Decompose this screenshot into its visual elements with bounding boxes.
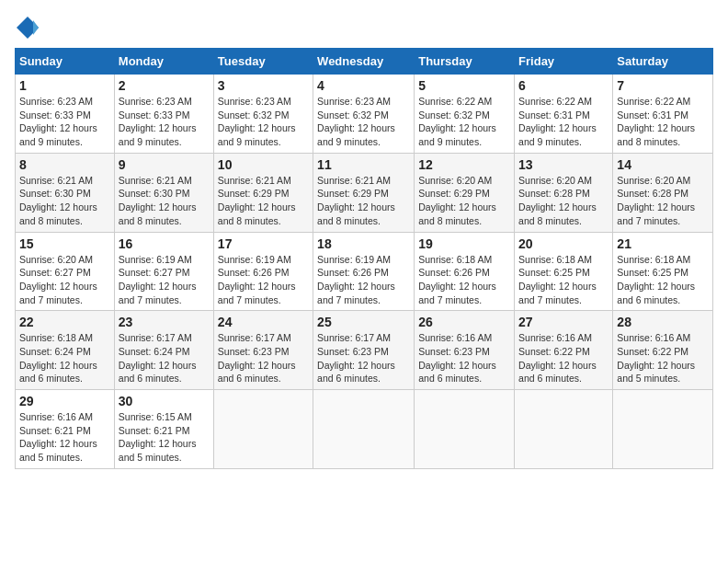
calendar-cell: 25Sunrise: 6:17 AMSunset: 6:23 PMDayligh… xyxy=(313,311,415,390)
calendar-cell: 19Sunrise: 6:18 AMSunset: 6:26 PMDayligh… xyxy=(415,232,515,311)
day-info: Sunrise: 6:16 AMSunset: 6:23 PMDaylight:… xyxy=(418,331,510,385)
day-info: Sunrise: 6:17 AMSunset: 6:23 PMDaylight:… xyxy=(317,331,410,385)
calendar-week-row: 8Sunrise: 6:21 AMSunset: 6:30 PMDaylight… xyxy=(16,153,713,232)
calendar-cell: 6Sunrise: 6:22 AMSunset: 6:31 PMDaylight… xyxy=(515,75,613,154)
weekday-header-row: SundayMondayTuesdayWednesdayThursdayFrid… xyxy=(16,49,713,75)
day-info: Sunrise: 6:20 AMSunset: 6:28 PMDaylight:… xyxy=(518,174,609,228)
day-number: 28 xyxy=(617,315,709,329)
calendar-week-row: 22Sunrise: 6:18 AMSunset: 6:24 PMDayligh… xyxy=(16,311,713,390)
calendar-cell: 17Sunrise: 6:19 AMSunset: 6:26 PMDayligh… xyxy=(213,232,313,311)
day-info: Sunrise: 6:20 AMSunset: 6:28 PMDaylight:… xyxy=(617,174,709,228)
calendar-cell: 20Sunrise: 6:18 AMSunset: 6:25 PMDayligh… xyxy=(515,232,613,311)
day-info: Sunrise: 6:16 AMSunset: 6:22 PMDaylight:… xyxy=(518,331,609,385)
day-info: Sunrise: 6:22 AMSunset: 6:31 PMDaylight:… xyxy=(617,95,709,149)
day-info: Sunrise: 6:15 AMSunset: 6:21 PMDaylight:… xyxy=(119,410,210,465)
calendar-cell xyxy=(213,390,313,469)
weekday-header-wednesday: Wednesday xyxy=(313,49,415,75)
calendar-cell: 10Sunrise: 6:21 AMSunset: 6:29 PMDayligh… xyxy=(213,153,313,232)
calendar-cell: 28Sunrise: 6:16 AMSunset: 6:22 PMDayligh… xyxy=(613,311,713,390)
day-number: 26 xyxy=(418,315,510,329)
day-number: 16 xyxy=(119,236,210,251)
calendar-cell: 3Sunrise: 6:23 AMSunset: 6:32 PMDaylight… xyxy=(213,75,313,154)
day-info: Sunrise: 6:16 AMSunset: 6:22 PMDaylight:… xyxy=(617,331,709,385)
day-info: Sunrise: 6:23 AMSunset: 6:33 PMDaylight:… xyxy=(19,95,110,149)
calendar-cell xyxy=(313,390,415,469)
day-number: 11 xyxy=(317,157,410,172)
calendar-cell: 18Sunrise: 6:19 AMSunset: 6:26 PMDayligh… xyxy=(313,232,415,311)
day-number: 19 xyxy=(418,236,510,251)
day-info: Sunrise: 6:18 AMSunset: 6:25 PMDaylight:… xyxy=(617,253,709,307)
day-number: 27 xyxy=(518,315,609,329)
calendar-week-row: 1Sunrise: 6:23 AMSunset: 6:33 PMDaylight… xyxy=(16,75,713,154)
day-number: 3 xyxy=(218,78,309,93)
day-info: Sunrise: 6:21 AMSunset: 6:29 PMDaylight:… xyxy=(317,174,410,228)
calendar-week-row: 15Sunrise: 6:20 AMSunset: 6:27 PMDayligh… xyxy=(16,232,713,311)
day-number: 20 xyxy=(518,236,609,251)
weekday-header-sunday: Sunday xyxy=(16,49,115,75)
day-info: Sunrise: 6:17 AMSunset: 6:23 PMDaylight:… xyxy=(218,331,309,385)
day-number: 17 xyxy=(218,236,309,251)
day-info: Sunrise: 6:19 AMSunset: 6:27 PMDaylight:… xyxy=(119,253,210,307)
day-info: Sunrise: 6:22 AMSunset: 6:32 PMDaylight:… xyxy=(418,95,510,149)
day-number: 6 xyxy=(518,78,609,93)
day-info: Sunrise: 6:23 AMSunset: 6:33 PMDaylight:… xyxy=(119,95,210,149)
day-number: 8 xyxy=(19,157,110,172)
weekday-header-thursday: Thursday xyxy=(415,49,515,75)
day-info: Sunrise: 6:20 AMSunset: 6:29 PMDaylight:… xyxy=(418,174,510,228)
calendar-cell: 29Sunrise: 6:16 AMSunset: 6:21 PMDayligh… xyxy=(16,390,115,469)
day-number: 2 xyxy=(119,78,210,93)
calendar-cell: 13Sunrise: 6:20 AMSunset: 6:28 PMDayligh… xyxy=(515,153,613,232)
day-number: 13 xyxy=(518,157,609,172)
day-number: 5 xyxy=(418,78,510,93)
calendar-cell: 8Sunrise: 6:21 AMSunset: 6:30 PMDaylight… xyxy=(16,153,115,232)
day-info: Sunrise: 6:19 AMSunset: 6:26 PMDaylight:… xyxy=(317,253,410,307)
calendar-cell: 21Sunrise: 6:18 AMSunset: 6:25 PMDayligh… xyxy=(613,232,713,311)
day-number: 25 xyxy=(317,315,410,329)
calendar-cell: 11Sunrise: 6:21 AMSunset: 6:29 PMDayligh… xyxy=(313,153,415,232)
day-number: 29 xyxy=(19,394,110,408)
logo-icon xyxy=(15,15,40,40)
weekday-header-tuesday: Tuesday xyxy=(213,49,313,75)
day-number: 22 xyxy=(19,315,110,329)
day-number: 21 xyxy=(617,236,709,251)
day-number: 15 xyxy=(19,236,110,251)
calendar-cell xyxy=(415,390,515,469)
calendar-cell: 24Sunrise: 6:17 AMSunset: 6:23 PMDayligh… xyxy=(213,311,313,390)
day-info: Sunrise: 6:21 AMSunset: 6:30 PMDaylight:… xyxy=(19,174,110,228)
calendar-cell: 16Sunrise: 6:19 AMSunset: 6:27 PMDayligh… xyxy=(114,232,213,311)
day-number: 30 xyxy=(119,394,210,408)
logo xyxy=(15,15,42,40)
day-info: Sunrise: 6:23 AMSunset: 6:32 PMDaylight:… xyxy=(317,95,410,149)
day-info: Sunrise: 6:17 AMSunset: 6:24 PMDaylight:… xyxy=(119,331,210,385)
day-number: 10 xyxy=(218,157,309,172)
day-info: Sunrise: 6:18 AMSunset: 6:24 PMDaylight:… xyxy=(19,331,110,385)
calendar-cell: 7Sunrise: 6:22 AMSunset: 6:31 PMDaylight… xyxy=(613,75,713,154)
weekday-header-saturday: Saturday xyxy=(613,49,713,75)
day-number: 24 xyxy=(218,315,309,329)
day-info: Sunrise: 6:23 AMSunset: 6:32 PMDaylight:… xyxy=(218,95,309,149)
calendar-cell: 15Sunrise: 6:20 AMSunset: 6:27 PMDayligh… xyxy=(16,232,115,311)
calendar-cell: 27Sunrise: 6:16 AMSunset: 6:22 PMDayligh… xyxy=(515,311,613,390)
calendar-cell: 26Sunrise: 6:16 AMSunset: 6:23 PMDayligh… xyxy=(415,311,515,390)
day-info: Sunrise: 6:22 AMSunset: 6:31 PMDaylight:… xyxy=(518,95,609,149)
day-number: 4 xyxy=(317,78,410,93)
calendar-cell: 30Sunrise: 6:15 AMSunset: 6:21 PMDayligh… xyxy=(114,390,213,469)
day-info: Sunrise: 6:18 AMSunset: 6:26 PMDaylight:… xyxy=(418,253,510,307)
day-number: 14 xyxy=(617,157,709,172)
calendar-cell: 22Sunrise: 6:18 AMSunset: 6:24 PMDayligh… xyxy=(16,311,115,390)
day-info: Sunrise: 6:19 AMSunset: 6:26 PMDaylight:… xyxy=(218,253,309,307)
calendar-cell: 14Sunrise: 6:20 AMSunset: 6:28 PMDayligh… xyxy=(613,153,713,232)
day-number: 7 xyxy=(617,78,709,93)
day-number: 18 xyxy=(317,236,410,251)
day-number: 1 xyxy=(19,78,110,93)
page-header xyxy=(15,15,713,40)
day-info: Sunrise: 6:18 AMSunset: 6:25 PMDaylight:… xyxy=(518,253,609,307)
weekday-header-friday: Friday xyxy=(515,49,613,75)
calendar-cell: 1Sunrise: 6:23 AMSunset: 6:33 PMDaylight… xyxy=(16,75,115,154)
calendar-cell xyxy=(515,390,613,469)
day-info: Sunrise: 6:21 AMSunset: 6:30 PMDaylight:… xyxy=(119,174,210,228)
day-info: Sunrise: 6:20 AMSunset: 6:27 PMDaylight:… xyxy=(19,253,110,307)
calendar-cell: 12Sunrise: 6:20 AMSunset: 6:29 PMDayligh… xyxy=(415,153,515,232)
day-number: 23 xyxy=(119,315,210,329)
calendar-week-row: 29Sunrise: 6:16 AMSunset: 6:21 PMDayligh… xyxy=(16,390,713,469)
